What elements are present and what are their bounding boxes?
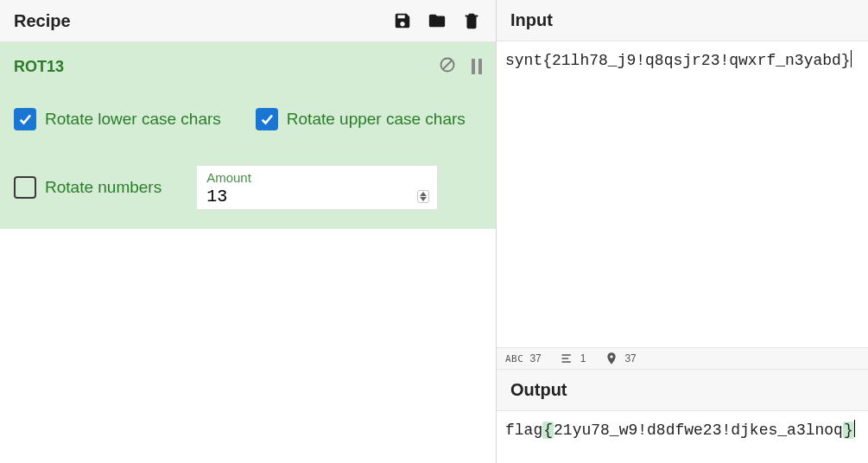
stat-length-value: 37 [624, 352, 636, 365]
save-icon[interactable] [392, 10, 413, 31]
checkbox-checked-icon [256, 108, 278, 130]
text-cursor [851, 50, 852, 67]
amount-input[interactable] [206, 187, 384, 206]
output-value-pre: flag [505, 422, 542, 439]
checkbox-checked-icon [14, 108, 36, 130]
operation-name: ROT13 [14, 58, 64, 76]
amount-label: Amount [206, 170, 429, 185]
output-textarea[interactable]: flag{21yu78_w9!d8dfwe23!djkes_a3lnoq} [497, 411, 868, 463]
rotate-lower-label: Rotate lower case chars [45, 110, 221, 129]
number-stepper[interactable] [417, 190, 429, 203]
stat-chars-value: 37 [529, 352, 541, 365]
trash-icon[interactable] [461, 10, 482, 31]
text-cursor [854, 420, 855, 437]
svg-point-2 [611, 355, 613, 358]
input-title: Input [510, 10, 854, 30]
pause-icon[interactable] [472, 59, 482, 74]
operation-card: ROT13 Rotate lower case chars [0, 42, 496, 229]
brace-open-highlight: { [542, 422, 554, 439]
recipe-drop-area[interactable] [0, 229, 496, 463]
location-icon [605, 352, 618, 365]
stat-lines-value: 1 [580, 352, 586, 365]
rotate-lower-checkbox[interactable]: Rotate lower case chars [14, 108, 221, 130]
status-bar: ABC 37 1 37 [497, 347, 868, 370]
stat-length: 37 [605, 352, 636, 365]
lines-icon [561, 352, 574, 365]
chevron-down-icon[interactable] [420, 197, 427, 201]
chevron-up-icon[interactable] [420, 192, 427, 196]
brace-close-highlight: } [843, 422, 854, 439]
abc-icon: ABC [505, 353, 523, 365]
rotate-numbers-label: Rotate numbers [45, 178, 162, 197]
rotate-upper-label: Rotate upper case chars [287, 110, 466, 129]
stat-chars: ABC 37 [505, 352, 542, 365]
checkbox-unchecked-icon [14, 176, 36, 199]
output-value-mid: 21yu78_w9!d8dfwe23!djkes_a3lnoq [554, 422, 843, 439]
input-value: synt{21lh78_j9!q8qsjr23!qwxrf_n3yabd} [505, 52, 851, 69]
rotate-numbers-checkbox[interactable]: Rotate numbers [14, 176, 162, 199]
input-textarea[interactable]: synt{21lh78_j9!q8qsjr23!qwxrf_n3yabd} [497, 41, 868, 347]
stat-lines: 1 [561, 352, 586, 365]
disable-icon[interactable] [439, 56, 456, 77]
svg-line-1 [443, 60, 452, 69]
recipe-title: Recipe [14, 11, 71, 31]
folder-icon[interactable] [427, 10, 447, 31]
output-title: Output [510, 380, 854, 400]
amount-field[interactable]: Amount [196, 165, 438, 210]
rotate-upper-checkbox[interactable]: Rotate upper case chars [256, 108, 466, 130]
